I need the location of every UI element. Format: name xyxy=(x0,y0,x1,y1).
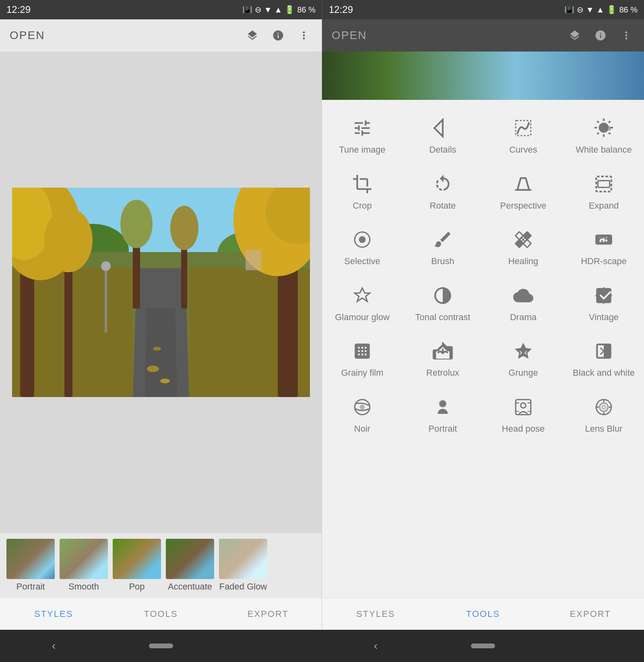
left-app-bar-icons xyxy=(244,27,312,43)
tools-row-6: Noir Portrait xyxy=(322,387,644,443)
tool-details[interactable]: Details xyxy=(407,111,479,161)
style-portrait[interactable]: Portrait xyxy=(6,539,55,592)
tool-white-balance[interactable]: WB White balance xyxy=(568,111,640,161)
right-layers-icon[interactable] xyxy=(567,27,583,43)
battery-pct-left: 86 % xyxy=(297,5,316,14)
layers-icon[interactable] xyxy=(244,27,260,43)
status-bar-left: 12:29 📳 ⊖ ▼ ▲ 🔋 86 % xyxy=(0,0,322,19)
tool-vintage[interactable]: Vintage xyxy=(568,279,640,328)
svg-marker-28 xyxy=(434,120,443,137)
svg-point-44 xyxy=(602,405,605,409)
tool-crop[interactable]: Crop xyxy=(326,167,398,217)
black-and-white-label: Black and white xyxy=(573,367,635,379)
tool-brush[interactable]: Brush xyxy=(407,223,479,272)
style-faded-glow[interactable]: Faded Glow xyxy=(219,539,267,592)
tab-export-right[interactable]: EXPORT xyxy=(537,598,644,630)
tool-black-and-white[interactable]: Black and white xyxy=(568,334,640,384)
tab-tools-right[interactable]: TOOLS xyxy=(429,598,537,630)
tool-portrait-tool[interactable]: Portrait xyxy=(407,390,479,440)
tab-styles-left[interactable]: STYLES xyxy=(0,598,107,630)
right-more-vert-icon[interactable] xyxy=(618,27,634,43)
time-left: 12:29 xyxy=(6,4,31,15)
healing-label: Healing xyxy=(508,256,539,267)
crop-icon xyxy=(350,172,374,196)
nav-bar: ‹ ‹ xyxy=(0,630,644,662)
tool-noir[interactable]: Noir xyxy=(326,390,398,440)
right-info-icon[interactable] xyxy=(592,27,609,43)
tab-styles-right[interactable]: STYLES xyxy=(322,598,429,630)
noir-icon xyxy=(350,395,374,419)
wb-icon: WB xyxy=(592,116,616,140)
grunge-label: Grunge xyxy=(508,367,538,379)
back-button-left[interactable]: ‹ xyxy=(41,638,66,654)
tool-expand[interactable]: Expand xyxy=(568,167,640,217)
tool-healing[interactable]: Healing xyxy=(487,223,559,272)
tool-perspective[interactable]: Perspective xyxy=(487,167,559,217)
style-label-smooth: Smooth xyxy=(68,581,99,592)
style-smooth[interactable]: Smooth xyxy=(60,539,108,592)
retrolux-label: Retrolux xyxy=(426,367,459,379)
head-pose-label: Head pose xyxy=(502,423,545,435)
tool-glamour-glow[interactable]: Glamour glow xyxy=(326,279,398,328)
right-open-button[interactable]: OPEN xyxy=(332,29,367,42)
style-label-accentuate: Accentuate xyxy=(168,581,212,592)
vintage-label: Vintage xyxy=(589,312,619,323)
svg-point-18 xyxy=(120,200,153,248)
svg-point-41 xyxy=(521,403,526,408)
tool-tonal-contrast[interactable]: Tonal contrast xyxy=(407,279,479,328)
glamour-glow-label: Glamour glow xyxy=(335,312,390,323)
bw-icon xyxy=(592,339,616,363)
home-button-right[interactable] xyxy=(471,643,495,648)
battery-icon: 🔋 xyxy=(285,5,295,14)
tool-selective[interactable]: Selective xyxy=(326,223,398,272)
tab-tools-left[interactable]: TOOLS xyxy=(107,598,214,630)
tool-head-pose[interactable]: Head pose xyxy=(487,390,559,440)
drama-label: Drama xyxy=(510,312,537,323)
perspective-label: Perspective xyxy=(500,200,547,212)
svg-rect-27 xyxy=(246,250,262,270)
style-accentuate[interactable]: Accentuate xyxy=(166,539,214,592)
tab-export-left[interactable]: EXPORT xyxy=(215,598,322,630)
tool-lens-blur[interactable]: Lens Blur xyxy=(568,390,640,440)
tool-grunge[interactable]: Grunge xyxy=(487,334,559,384)
tool-hdr-scape[interactable]: HDR-scape xyxy=(568,223,640,272)
details-label: Details xyxy=(429,144,456,156)
tool-retrolux[interactable]: Retrolux xyxy=(407,334,479,384)
styles-strip: Portrait Smooth Pop Accentuate Faded Glo… xyxy=(0,533,322,598)
style-pop[interactable]: Pop xyxy=(113,539,161,592)
park-scene-svg xyxy=(12,188,310,397)
tools-row-3: Selective Brush He xyxy=(322,219,644,275)
left-bottom-tabs: STYLES TOOLS EXPORT xyxy=(0,598,322,630)
svg-point-24 xyxy=(153,347,161,351)
tool-grainy-film[interactable]: Grainy film xyxy=(326,334,398,384)
noir-label: Noir xyxy=(354,423,370,435)
left-open-button[interactable]: OPEN xyxy=(10,29,45,42)
perspective-icon xyxy=(511,172,535,196)
main-content: OPEN xyxy=(0,19,644,630)
tool-curves[interactable]: Curves xyxy=(487,111,559,161)
grunge-icon xyxy=(511,339,535,363)
tune-icon xyxy=(350,116,374,140)
svg-point-20 xyxy=(170,206,198,250)
more-vert-icon[interactable] xyxy=(296,27,312,43)
home-button-left[interactable] xyxy=(149,643,173,648)
nav-bar-right: ‹ xyxy=(322,638,644,654)
tool-rotate[interactable]: Rotate xyxy=(407,167,479,217)
donotdisturb-icon-r: ⊖ xyxy=(577,5,584,14)
signal-icon: ▲ xyxy=(275,5,283,14)
back-button-right[interactable]: ‹ xyxy=(363,638,388,654)
battery-icon-r: 🔋 xyxy=(607,5,617,14)
style-thumb-portrait xyxy=(6,539,55,579)
signal-icon-r: ▲ xyxy=(597,5,605,14)
tool-drama[interactable]: Drama xyxy=(487,279,559,328)
info-icon[interactable] xyxy=(270,27,286,43)
time-right: 12:29 xyxy=(329,4,353,15)
lens-blur-label: Lens Blur xyxy=(585,423,623,435)
curves-icon xyxy=(511,116,535,140)
portrait-tool-label: Portrait xyxy=(429,423,457,435)
svg-text:WB: WB xyxy=(601,125,611,132)
white-balance-label: White balance xyxy=(576,144,632,156)
svg-marker-21 xyxy=(145,308,177,397)
tool-tune-image[interactable]: Tune image xyxy=(326,111,398,161)
brush-label: Brush xyxy=(431,256,454,267)
